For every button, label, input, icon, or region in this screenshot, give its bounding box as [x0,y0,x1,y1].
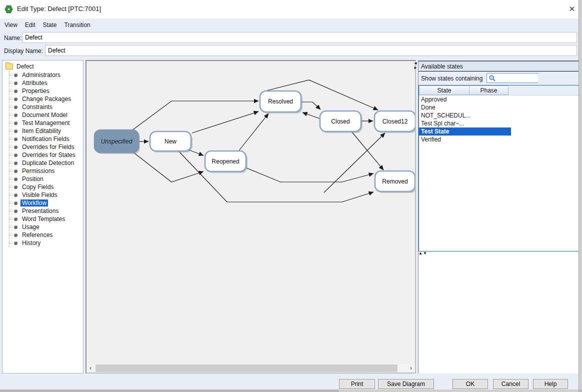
tree-bullet-icon [14,122,18,125]
tree-bullet-icon [14,234,18,237]
tree-children: AdministratorsAttributesPropertiesChange… [9,71,83,247]
tree-item-administrators[interactable]: Administrators [10,71,83,79]
type-tree-panel: Defect AdministratorsAttributesPropertie… [2,60,84,374]
tree-item-label: Administrators [20,72,62,78]
transition-unspecified-to-resolved[interactable] [132,101,258,130]
transition-closed-to-resolved[interactable] [302,112,321,119]
save-diagram-button[interactable]: Save Diagram [378,379,434,389]
menu-state[interactable]: State [42,22,56,28]
state-row-verified[interactable]: Verified [419,136,578,144]
transition-new-to-reopened[interactable] [189,150,204,156]
state-row-done[interactable]: Done [419,104,578,112]
available-states-panel: Available states Show states containing … [418,60,578,374]
bottom-button-bar [0,374,578,390]
tree-item-label: Document Model [20,112,69,118]
scroll-right-icon[interactable]: › [407,364,415,372]
menu-transition[interactable]: Transition [64,22,90,28]
tree-bullet-icon [14,162,18,165]
tree-item-item-editability[interactable]: Item Editability [10,127,83,135]
splitter-collapse-buttons[interactable]: ◄ ► [414,61,418,70]
transition-resolved-to-closed[interactable] [302,102,320,110]
menu-edit[interactable]: Edit [25,22,36,28]
states-table: State Phase ApprovedDoneNOT_SCHEDUL...Te… [418,85,579,252]
tree-item-change-packages[interactable]: Change Packages [10,95,83,103]
tree-bullet-icon [14,114,18,117]
close-icon[interactable]: ✕ [566,4,578,14]
vertical-split-buttons[interactable]: ▲▼ [418,251,428,256]
tree-item-workflow[interactable]: Workflow [10,199,83,207]
tree-item-usage[interactable]: Usage [10,223,83,231]
menu-bar: View Edit State Transition [0,18,582,31]
tree-item-label: History [20,240,42,246]
app-icon [4,5,13,14]
display-name-input[interactable] [45,45,577,56]
column-header-phase[interactable]: Phase [469,86,508,95]
tree-item-position[interactable]: Position [10,175,83,183]
tree-bullet-icon [14,218,18,221]
screen-edge-strip [578,0,582,390]
tree-item-permissions[interactable]: Permissions [10,167,83,175]
tree-item-document-model[interactable]: Document Model [10,111,83,119]
tree-bullet-icon [14,146,18,149]
display-name-label: Display Name: [4,48,43,54]
ok-button[interactable]: OK [452,379,488,389]
tree-item-label: Visible Fields [20,192,58,198]
collapse-left-icon[interactable]: ◄ [414,61,418,66]
tree-bullet-icon [14,154,18,157]
tree-bullet-icon [14,242,18,245]
name-input[interactable] [22,32,577,43]
tree-item-properties[interactable]: Properties [10,87,83,95]
scrollbar-thumb[interactable] [96,364,398,372]
tree-item-label: Attributes [20,80,49,86]
tree-item-overrides-for-states[interactable]: Overrides for States [10,151,83,159]
help-button[interactable]: Help [533,379,568,389]
state-row-not-schedul-[interactable]: NOT_SCHEDUL... [419,112,578,120]
tree-bullet-icon [14,130,18,133]
state-node-label: Closed [331,118,350,125]
tree-item-overrides-for-fields[interactable]: Overrides for Fields [10,143,83,151]
state-search-input[interactable] [497,74,538,82]
state-row-test-state[interactable]: Test State [419,128,511,136]
tree-item-label: Overrides for States [20,152,77,158]
transition-reopened-to-removed[interactable] [246,168,374,182]
tree-item-test-management[interactable]: Test Management [10,119,83,127]
tree-item-visible-fields[interactable]: Visible Fields [10,191,83,199]
workflow-svg: UnspecifiedNewResolvedClosedClosed12Reop… [86,61,415,361]
menu-view[interactable]: View [4,22,18,28]
tree-bullet-icon [14,170,18,173]
tree-item-history[interactable]: History [10,239,83,247]
tree-item-references[interactable]: References [10,231,83,239]
diagram-hscrollbar[interactable]: ‹ › [86,364,415,372]
tree-bullet-icon [14,138,18,141]
tree-item-word-templates[interactable]: Word Templates [10,215,83,223]
tree-item-copy-fields[interactable]: Copy Fields [10,183,83,191]
state-node-label: Reopened [212,158,239,165]
state-search-box[interactable] [486,73,538,83]
state-node-label: Resolved [268,98,293,105]
tree-item-label: Notification Fields [20,136,71,142]
tree-bullet-icon [14,82,18,85]
tree-item-label: Presentations [20,208,60,214]
state-row-test-spl-char-[interactable]: Test Spl char~... [419,120,578,128]
tree-item-label: Permissions [20,168,56,174]
transition-closed-to-removed[interactable] [352,132,384,170]
tree-item-constraints[interactable]: Constraints [10,103,83,111]
workflow-diagram-panel: UnspecifiedNewResolvedClosedClosed12Reop… [86,60,416,374]
tree-item-presentations[interactable]: Presentations [10,207,83,215]
scroll-left-icon[interactable]: ‹ [86,364,94,372]
tree-item-duplicate-detection[interactable]: Duplicate Detection [10,159,83,167]
transition-unspecified-to-reopened[interactable] [134,152,204,182]
cancel-button[interactable]: Cancel [493,379,528,389]
print-button[interactable]: Print [339,379,375,389]
tree-item-notification-fields[interactable]: Notification Fields [10,135,83,143]
transition-reopened-to-resolved[interactable] [239,114,268,150]
transition-new-to-resolved[interactable] [192,112,258,133]
tree-item-attributes[interactable]: Attributes [10,79,83,87]
tree-root-defect[interactable]: Defect [2,60,83,71]
tree-bullet-icon [14,74,18,77]
expand-right-icon[interactable]: ► [414,66,418,70]
state-row-approved[interactable]: Approved [419,96,578,104]
column-header-state[interactable]: State [419,86,470,95]
filter-label: Show states containing [421,75,482,82]
tree-item-label: Constraints [20,104,54,110]
